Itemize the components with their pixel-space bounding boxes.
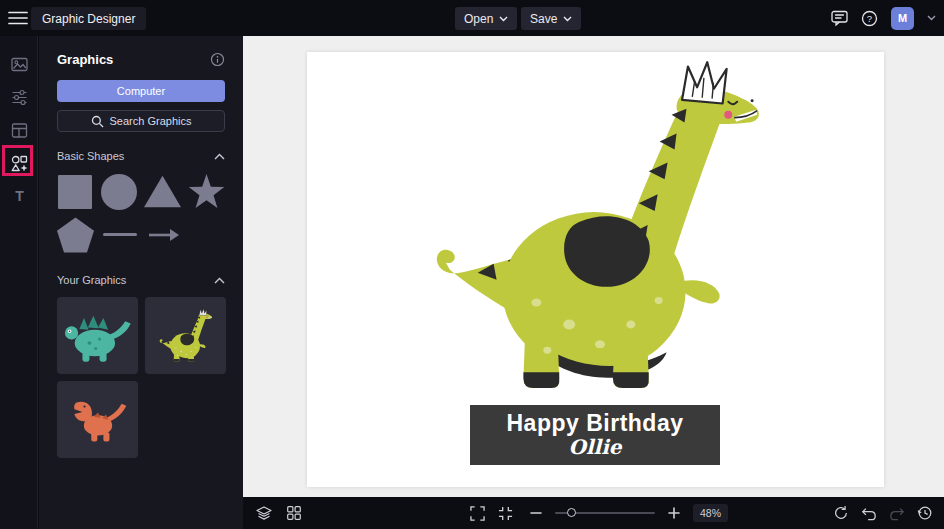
save-button[interactable]: Save [521,7,581,30]
shape-star[interactable] [188,173,225,210]
pages-grid-icon[interactable] [287,506,301,520]
shape-line[interactable] [101,216,138,253]
your-graphics-grid [57,297,226,458]
basic-shapes-row-1 [57,173,225,210]
svg-text:?: ? [867,13,872,24]
panel-title: Graphics [57,52,113,67]
user-avatar[interactable]: M [891,7,914,30]
graphic-thumbnail-orange-dinosaur[interactable] [57,381,138,458]
banner-text-line1: Happy Birthday [507,411,684,436]
zoom-slider-knob[interactable] [567,508,576,517]
shape-arrow[interactable] [145,216,182,253]
basic-shapes-title: Basic Shapes [57,150,124,162]
zoom-out-icon[interactable] [530,507,542,519]
reset-view-icon[interactable] [833,505,849,521]
your-graphics-title: Your Graphics [57,274,126,286]
search-icon [91,115,104,128]
save-button-label: Save [530,12,557,26]
rail-item-templates[interactable] [0,114,38,147]
graphic-thumbnail-yellow-dinosaur[interactable] [145,297,226,374]
svg-text:T: T [15,188,24,204]
rail-item-photos[interactable] [0,48,38,81]
computer-button-label: Computer [117,85,165,97]
fit-screen-icon[interactable] [498,506,513,521]
photo-icon [11,56,28,73]
rail-item-text[interactable]: T [0,180,38,213]
search-graphics-label: Search Graphics [110,115,192,127]
app-title-label: Graphic Designer [42,12,135,26]
graphic-designer-app: Graphic Designer Open Save ? M [0,0,944,529]
shape-pentagon[interactable] [57,216,94,253]
tool-rail: T [0,36,38,529]
avatar-initial: M [898,12,907,24]
history-icon[interactable] [917,505,933,521]
shape-square[interactable] [57,173,94,210]
basic-shapes-row-2 [57,216,225,253]
open-button-label: Open [464,12,493,26]
layers-icon[interactable] [256,506,272,521]
zoom-slider[interactable] [555,506,655,520]
fullscreen-icon[interactable] [470,506,485,521]
chevron-up-icon [214,277,225,284]
undo-icon[interactable] [861,506,877,521]
redo-icon[interactable] [889,506,905,521]
zoom-in-icon[interactable] [668,507,680,519]
shape-triangle[interactable] [144,173,181,210]
rail-item-adjust[interactable] [0,81,38,114]
yellow-dinosaur-graphic[interactable] [415,58,783,401]
open-button[interactable]: Open [455,7,517,30]
hamburger-menu-icon[interactable] [8,11,28,25]
your-graphics-section-header[interactable]: Your Graphics [57,274,225,286]
sliders-icon [11,89,28,106]
topbar-right-group: ? M [831,0,936,36]
canvas-workspace[interactable]: Happy Birthday Ollie [243,36,944,497]
help-icon[interactable]: ? [861,10,878,27]
birthday-banner[interactable]: Happy Birthday Ollie [470,405,720,465]
info-icon[interactable] [210,52,225,67]
zoom-percentage[interactable]: 48% [693,504,728,522]
graphic-thumbnail-teal-dinosaur[interactable] [57,297,138,374]
layout-icon [11,122,28,139]
app-title: Graphic Designer [31,7,146,30]
shape-circle[interactable] [101,173,138,210]
feedback-icon[interactable] [831,10,848,26]
chevron-down-icon [499,16,508,22]
account-chevron-down-icon[interactable] [927,15,936,21]
basic-shapes-section-header[interactable]: Basic Shapes [57,150,225,162]
search-graphics-button[interactable]: Search Graphics [57,110,225,132]
chevron-down-icon [563,16,572,22]
computer-button[interactable]: Computer [57,80,225,102]
text-icon: T [11,188,28,205]
graphics-panel: Graphics Computer Search Graphics Basic … [39,36,243,529]
top-bar: Graphic Designer Open Save ? M [0,0,944,36]
shapes-icon [11,155,28,172]
rail-item-graphics[interactable] [0,147,38,180]
banner-text-line2: Ollie [569,436,622,459]
design-canvas[interactable]: Happy Birthday Ollie [307,52,884,487]
chevron-up-icon [214,153,225,160]
bottom-toolbar: 48% [243,497,944,529]
